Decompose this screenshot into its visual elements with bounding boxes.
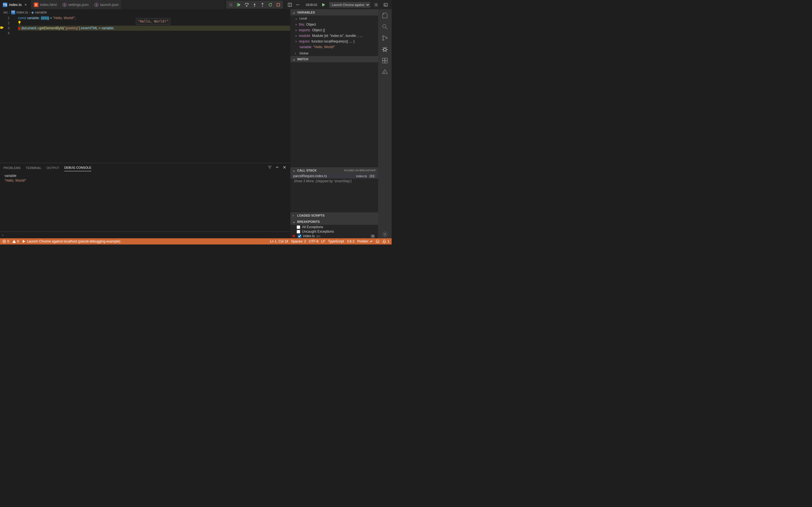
code-area[interactable]: "Hello, World!" const variable: string =… [14, 15, 290, 163]
var-require[interactable]: ›require: function localRequire(x){ … } [290, 39, 378, 44]
var-exports[interactable]: ›exports: Object {} [290, 27, 378, 33]
chevron-right-icon: › [29, 10, 30, 14]
close-panel-icon[interactable] [282, 165, 287, 170]
warnings-count[interactable]: 0 [12, 239, 19, 243]
symbol-icon: ◈ [31, 10, 34, 14]
panel-tabs: PROBLEMS TERMINAL OUTPUT DEBUG CONSOLE [0, 163, 290, 172]
settings-gear-icon[interactable] [381, 230, 389, 238]
var-this[interactable]: ›this: Object [290, 22, 378, 27]
start-debug-icon[interactable] [320, 1, 327, 8]
more-icon[interactable] [294, 1, 301, 8]
stop-icon[interactable] [274, 1, 282, 8]
svg-point-3 [232, 3, 232, 4]
cursor-pos[interactable]: Ln 1, Col 18 [270, 239, 288, 243]
console-var-name: variable [4, 173, 286, 178]
svg-rect-31 [382, 61, 385, 63]
tab-label: index.ts [9, 3, 22, 7]
filter-icon[interactable] [267, 165, 272, 170]
editor[interactable]: 1 2 3 4 "Hello, World!" const variable: … [0, 15, 290, 163]
step-into-icon[interactable] [251, 1, 258, 8]
breakpoint-dot-icon[interactable] [18, 27, 20, 30]
gear-icon[interactable] [372, 1, 380, 8]
bp-file[interactable]: index.ts src 3 [290, 234, 378, 238]
ts-icon: TS [3, 3, 7, 7]
chevron-down-icon: ⌄ [293, 57, 296, 61]
debug-console-body[interactable]: variable "Hello, World!" [0, 172, 290, 231]
chevron-down-icon: ⌄ [295, 17, 298, 20]
tab-terminal[interactable]: TERMINAL [26, 165, 42, 171]
console-var-value: "Hello, World!" [4, 178, 286, 183]
debug-icon[interactable] [381, 45, 389, 53]
editor-tabs: TS index.ts × 5 index.html {} settings.j… [0, 0, 225, 9]
svg-point-27 [386, 38, 388, 39]
checkbox[interactable] [298, 234, 301, 238]
debug-status[interactable]: Launch Chrome against localhost (parcel-… [22, 239, 120, 243]
errors-count[interactable]: 0 [2, 239, 9, 243]
tab-debug-console[interactable]: DEBUG CONSOLE [64, 164, 91, 171]
global-scope[interactable]: › Global [290, 50, 378, 56]
eol[interactable]: LF [321, 239, 325, 243]
variables-header[interactable]: ⌄ VARIABLES [290, 9, 378, 15]
svg-point-7 [246, 5, 247, 6]
tab-settings-json[interactable]: {} settings.json [60, 0, 92, 9]
tab-problems[interactable]: PROBLEMS [3, 165, 20, 171]
tab-index-html[interactable]: 5 index.html [31, 0, 60, 9]
breakpoints-header[interactable]: ⌄ BREAKPOINTS [290, 219, 378, 225]
indent[interactable]: Spaces: 2 [291, 239, 306, 243]
local-scope[interactable]: ⌄ Local [290, 15, 378, 21]
callstack-header[interactable]: ⌄ CALL STACK PAUSED ON BREAKPOINT [290, 167, 378, 173]
debug-console-input[interactable]: › [0, 231, 290, 238]
step-over-icon[interactable] [243, 1, 250, 8]
watch-header[interactable]: ⌄ WATCH [290, 56, 378, 62]
collapse-icon[interactable] [275, 165, 280, 170]
search-icon[interactable] [381, 23, 389, 31]
svg-point-9 [262, 6, 263, 6]
breadcrumb-symbol[interactable]: variable [35, 10, 47, 14]
continue-icon[interactable] [235, 1, 243, 8]
bp-uncaught[interactable]: Uncaught Exceptions [290, 229, 378, 234]
tab-index-ts[interactable]: TS index.ts × [0, 0, 31, 9]
breadcrumb-file[interactable]: index.ts [16, 10, 28, 14]
azure-icon[interactable] [381, 68, 389, 76]
debug-config-select[interactable]: Launch Chrome against local [329, 2, 370, 8]
bp-all-exceptions[interactable]: All Exceptions [290, 225, 378, 229]
restart-icon[interactable] [267, 1, 274, 8]
extensions-icon[interactable] [381, 57, 389, 64]
checkbox[interactable] [297, 225, 300, 229]
tab-output[interactable]: OUTPUT [47, 165, 59, 171]
chevron-right-icon: › [295, 52, 298, 55]
activity-bar [378, 9, 392, 238]
tab-launch-json[interactable]: {} launch.json [92, 0, 122, 9]
source-control-icon[interactable] [381, 34, 389, 42]
encoding[interactable]: UTF-8 [309, 239, 319, 243]
prettier-status[interactable]: Prettier: ✔ [357, 239, 373, 243]
chevron-right-icon: › [9, 10, 10, 14]
console-icon[interactable] [382, 1, 389, 8]
callstack-frame[interactable]: parcelRequire.index.ts index.ts 3:1 [290, 173, 378, 179]
loaded-scripts-header[interactable]: › LOADED SCRIPTS [290, 212, 378, 219]
html-icon: 5 [34, 3, 38, 7]
explorer-icon[interactable] [381, 11, 389, 19]
language[interactable]: TypeScript [328, 239, 344, 243]
svg-point-5 [232, 6, 232, 6]
close-icon[interactable]: × [23, 3, 28, 7]
drag-handle-icon[interactable] [227, 1, 235, 8]
debug-toolbar[interactable] [226, 1, 283, 9]
notifications[interactable]: 1 [382, 239, 389, 243]
chevron-right-icon: › [2, 233, 3, 237]
status-bar: 0 0 Launch Chrome against localhost (par… [0, 238, 392, 244]
svg-point-1 [230, 4, 231, 5]
debug-header: DEBUG Launch Chrome against local [303, 0, 392, 9]
var-module[interactable]: ›module: Module {id: "index.ts", bundle:… [290, 33, 378, 39]
step-out-icon[interactable] [259, 1, 266, 8]
breadcrumb-folder[interactable]: src [3, 10, 8, 14]
line-gutter[interactable]: 1 2 3 4 [0, 15, 14, 163]
checkbox[interactable] [297, 230, 300, 233]
feedback-icon[interactable] [375, 239, 379, 243]
split-editor-icon[interactable] [287, 1, 293, 8]
callstack-skipped[interactable]: Show 3 More: (skipped by 'smartStep') [290, 179, 378, 184]
json-icon: {} [63, 3, 66, 7]
var-variable[interactable]: variable: "Hello, World!" [290, 44, 378, 50]
breadcrumb[interactable]: src › TS index.ts › ◈ variable [0, 9, 290, 15]
ts-version[interactable]: 3.6.3 [347, 239, 354, 243]
